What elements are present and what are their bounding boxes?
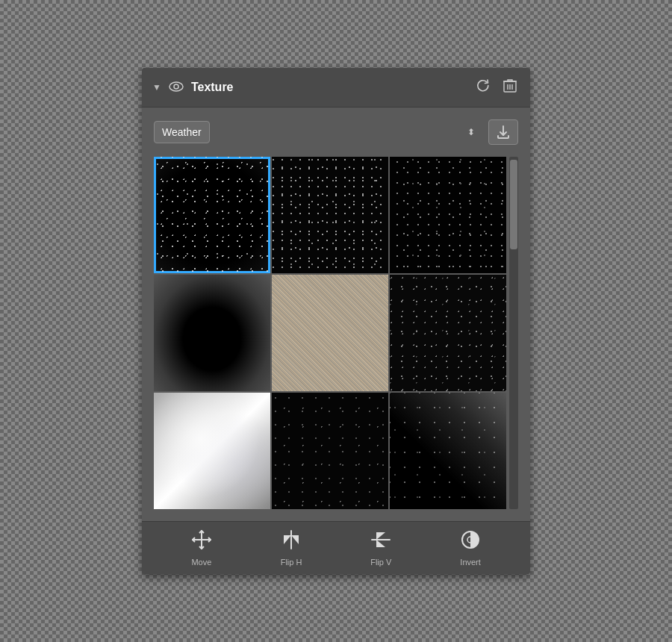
reset-icon[interactable] (473, 76, 493, 99)
flip-v-icon (370, 529, 391, 555)
texture-cell-8[interactable] (390, 393, 506, 509)
invert-button[interactable]: Invert (460, 529, 481, 567)
texture-category-select[interactable]: Weather Noise Grunge Fabric Stone Metal (154, 121, 210, 143)
delete-icon[interactable] (500, 75, 520, 99)
texture-grid (154, 157, 506, 509)
visibility-icon[interactable] (169, 80, 184, 96)
select-wrapper: Weather Noise Grunge Fabric Stone Metal (154, 121, 481, 143)
texture-cell-7[interactable] (272, 393, 388, 509)
flip-v-button[interactable]: Flip V (370, 529, 391, 567)
svg-marker-11 (284, 535, 291, 544)
texture-cell-3[interactable] (154, 275, 270, 391)
flip-h-button[interactable]: Flip H (281, 529, 302, 567)
flip-h-label: Flip H (281, 558, 302, 567)
scrollbar-thumb[interactable] (510, 160, 517, 249)
panel-body: Weather Noise Grunge Fabric Stone Metal (142, 107, 530, 521)
collapse-icon[interactable]: ▼ (152, 82, 161, 93)
svg-marker-12 (291, 535, 299, 544)
svg-marker-14 (376, 532, 385, 540)
svg-marker-15 (376, 540, 385, 547)
move-icon (191, 529, 212, 555)
texture-cell-6[interactable] (154, 393, 270, 509)
invert-label: Invert (460, 558, 481, 567)
invert-icon (460, 529, 481, 555)
move-label: Move (191, 558, 211, 567)
grid-scrollbar[interactable] (509, 157, 518, 509)
panel-title: Texture (191, 81, 466, 94)
flip-h-icon (281, 529, 302, 555)
texture-panel: ▼ Texture (142, 68, 530, 574)
texture-cell-1[interactable] (272, 157, 388, 273)
texture-cell-0[interactable] (154, 157, 270, 273)
texture-cell-2[interactable] (390, 157, 506, 273)
texture-grid-container (154, 157, 518, 509)
texture-cell-4[interactable] (272, 275, 388, 391)
dropdown-row: Weather Noise Grunge Fabric Stone Metal (154, 119, 518, 145)
texture-cell-5[interactable] (390, 275, 506, 391)
move-button[interactable]: Move (191, 529, 212, 567)
flip-v-label: Flip V (370, 558, 391, 567)
svg-point-0 (169, 82, 183, 91)
panel-header: ▼ Texture (142, 68, 530, 107)
panel-footer: Move Flip H Flip V (142, 521, 530, 574)
svg-point-1 (174, 84, 178, 89)
import-button[interactable] (488, 119, 518, 145)
